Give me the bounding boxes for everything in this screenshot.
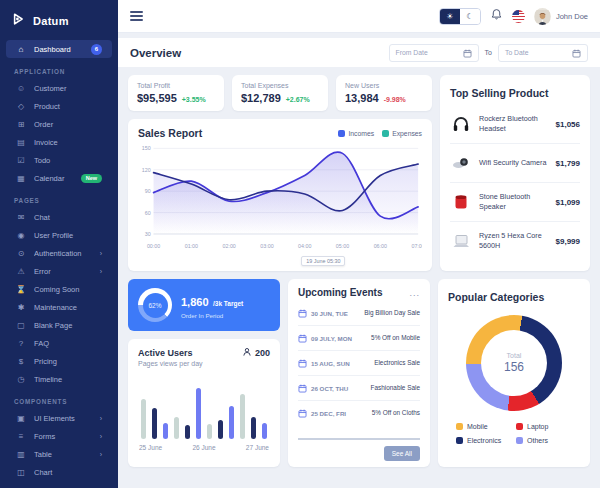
camera-image (451, 153, 471, 173)
stat-card-total-profit: Total Profit $95,595 +3.55% (128, 75, 224, 111)
sidebar-section-title: PAGES (0, 187, 118, 208)
sidebar-item-label: Table (34, 450, 92, 459)
sidebar-item-label: Forms (34, 432, 92, 441)
ui-icon: ▣ (16, 414, 26, 423)
sidebar-item-chat[interactable]: ✉Chat (6, 208, 112, 226)
faq-icon: ? (16, 339, 26, 348)
sidebar-item-label: Pricing (34, 357, 102, 366)
stat-cards: Total Profit $95,595 +3.55%Total Expense… (128, 75, 432, 111)
sidebar-item-maintenance[interactable]: ✱Maintenance (6, 298, 112, 316)
calendar-icon[interactable] (463, 44, 472, 62)
bar (240, 394, 245, 439)
sidebar-item-todo[interactable]: ☑Todo (6, 151, 112, 169)
to-date-input[interactable]: To Date (498, 44, 588, 62)
bar (196, 388, 201, 439)
sidebar-item-customer[interactable]: ☺Customer (6, 79, 112, 97)
bar (185, 425, 190, 439)
svg-text:01:00: 01:00 (185, 243, 198, 249)
sidebar-item-product[interactable]: ◇Product (6, 97, 112, 115)
product-name: Wifi Security Camera (479, 158, 549, 168)
sidebar-item-ui-elements[interactable]: ▣UI Elements› (6, 409, 112, 427)
target-value: 1,860 (181, 296, 209, 308)
stat-delta: +3.55% (182, 96, 206, 103)
sidebar-item-error[interactable]: ⚠Error› (6, 262, 112, 280)
from-date-input[interactable]: From Date (389, 44, 479, 62)
active-users-card: Active Users 200 Pages views per day 25 … (128, 339, 280, 467)
sidebar-item-order[interactable]: ⊞Order (6, 115, 112, 133)
sidebar-item-label: User Profile (34, 231, 102, 240)
user-menu[interactable]: John Doe (534, 8, 588, 25)
sidebar-item-dashboard[interactable]: ⌂ Dashboard 6 (6, 40, 112, 58)
calendar-icon[interactable] (572, 44, 581, 62)
bar-chart-labels: 25 June26 June27 June (138, 444, 270, 451)
to-date-placeholder: To Date (505, 49, 568, 56)
product-row: Rockerz Bluetooth Headset $1,056 (450, 105, 580, 143)
sidebar-item-label: Authentication (34, 249, 92, 258)
event-row: 26 OCT, THU Fashionable Sale (298, 375, 420, 400)
sidebar-item-invoice[interactable]: ▤Invoice (6, 133, 112, 151)
active-users-bar-chart (138, 375, 270, 439)
page-icon: ▢ (16, 321, 26, 330)
table-icon: ▥ (16, 450, 26, 459)
stat-delta: -9.98% (384, 96, 406, 103)
avatar (534, 8, 551, 25)
menu-toggle-icon[interactable] (130, 9, 143, 23)
events-menu-icon[interactable]: ... (409, 291, 420, 295)
person-icon (242, 347, 252, 359)
language-flag-icon[interactable] (512, 10, 525, 23)
sidebar-item-chart[interactable]: ◫Chart (6, 463, 112, 481)
svg-text:06:00: 06:00 (374, 243, 387, 249)
new-badge: New (81, 174, 102, 183)
speaker-image (451, 192, 471, 212)
sidebar-item-blank-page[interactable]: ▢Blank Page (6, 316, 112, 334)
sidebar-item-forms[interactable]: ≡Forms› (6, 427, 112, 445)
timeline-icon: ◷ (16, 375, 26, 384)
home-icon: ⌂ (16, 45, 26, 54)
notification-bell-icon[interactable] (490, 7, 503, 25)
sidebar-item-icon[interactable]: ∷Icon (6, 481, 112, 488)
bar-category-label: 26 June (192, 444, 215, 451)
categories-donut-chart: Total 156 (466, 315, 562, 411)
events-footer: See All (298, 438, 420, 461)
chevron-right-icon: › (100, 415, 102, 422)
sidebar-item-faq[interactable]: ?FAQ (6, 334, 112, 352)
legend-swatch (338, 130, 345, 137)
theme-toggle[interactable]: ☀ ☾ (439, 8, 481, 25)
event-date: 15 AUG, SUN (311, 360, 350, 367)
app-root: Datum ⌂ Dashboard 6 APPLICATION☺Customer… (0, 0, 600, 488)
svg-text:00:00: 00:00 (147, 243, 160, 249)
sidebar-item-timeline[interactable]: ◷Timeline (6, 370, 112, 388)
sidebar-item-table[interactable]: ▥Table› (6, 445, 112, 463)
bar-category-label: 27 June (246, 444, 269, 451)
event-name: 5% Off on Mobile (371, 334, 420, 342)
sales-report-card: Sales Report IncomesExpenses 30609012015… (128, 119, 432, 271)
bar (163, 423, 168, 439)
sidebar-item-pricing[interactable]: $Pricing (6, 352, 112, 370)
dark-mode-icon[interactable]: ☾ (460, 9, 480, 24)
sidebar-item-label: FAQ (34, 339, 102, 348)
bar (152, 408, 157, 439)
legend-swatch (382, 130, 389, 137)
light-mode-icon[interactable]: ☀ (440, 9, 460, 24)
sidebar-item-coming-soon[interactable]: ⌛Coming Soon (6, 280, 112, 298)
see-all-button[interactable]: See All (384, 446, 420, 461)
chevron-right-icon: › (100, 268, 102, 275)
stat-card-total-expenses: Total Expenses $12,789 +2.67% (232, 75, 328, 111)
bar (207, 424, 212, 439)
sidebar-item-label: Customer (34, 84, 102, 93)
sidebar-item-authentication[interactable]: ⊙Authentication› (6, 244, 112, 262)
legend-item: Incomes (338, 130, 374, 137)
sidebar-item-label: Error (34, 267, 92, 276)
sidebar-item-calendar[interactable]: ▦CalendarNew (6, 169, 112, 187)
legend-swatch (456, 437, 463, 444)
sidebar-item-label: Product (34, 102, 102, 111)
target-caption: Order In Period (181, 312, 243, 319)
active-users-count: 200 (255, 348, 270, 358)
target-card: 62% 1,860 /3k Target Order In Period (128, 279, 280, 331)
stat-label: New Users (345, 82, 423, 89)
category-legend-item: Laptop (516, 423, 572, 430)
chevron-right-icon: › (100, 250, 102, 257)
sidebar-item-user-profile[interactable]: ◉User Profile (6, 226, 112, 244)
sidebar-item-label: UI Elements (34, 414, 92, 423)
brand[interactable]: Datum (0, 8, 118, 40)
